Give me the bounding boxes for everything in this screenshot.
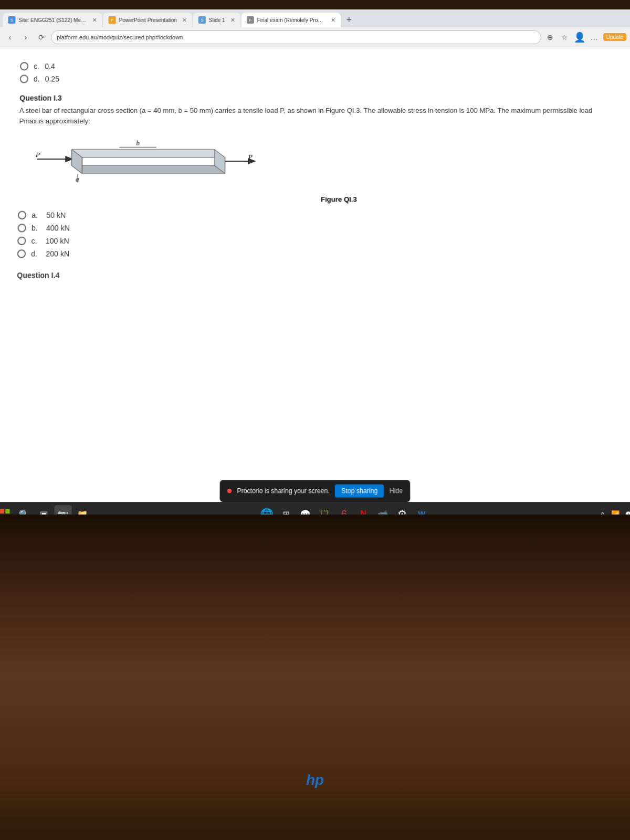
hp-logo: hp	[306, 772, 324, 789]
share-recording-dot	[227, 489, 232, 493]
tab-1-label: Site: ENGG251 (S122) Mechanics	[18, 17, 87, 23]
tab-4[interactable]: F Final exam (Remotely Proct... ✕	[241, 13, 340, 27]
tab-3-close[interactable]: ✕	[230, 16, 235, 23]
question-13-text: A steel bar of rectangular cross section…	[19, 106, 611, 126]
tab-4-favicon: F	[247, 16, 254, 24]
address-bar-row: ‹ › ⟳ platform.edu.au/mod/quiz/secured.p…	[0, 27, 630, 47]
tab-1-favicon: S	[8, 16, 15, 24]
share-notification: Proctorio is sharing your screen. Stop s…	[219, 480, 410, 502]
tab-3-favicon: S	[198, 16, 206, 24]
option-prev-c[interactable]: c. 0.4	[20, 62, 610, 70]
option-13-c[interactable]: c. 100 kN	[17, 237, 613, 245]
toolbar-icons: ⊕ ☆ 👤 … Update	[544, 32, 626, 43]
question-14-title: Question I.4	[17, 271, 613, 279]
option-13-d-value: 200 kN	[46, 249, 69, 258]
figure-caption: Figure QI.3	[66, 195, 612, 203]
tab-1-close[interactable]: ✕	[92, 16, 97, 23]
question-13-block: Question I.3 A steel bar of rectangular …	[17, 94, 613, 258]
address-text: platform.edu.au/mod/quiz/secured.php#loc…	[57, 34, 183, 40]
option-prev-c-value: 0.4	[45, 62, 55, 70]
new-tab-button[interactable]: +	[342, 13, 356, 27]
tab-2-close[interactable]: ✕	[182, 16, 187, 23]
option-prev-d-label: d.	[34, 75, 40, 83]
tab-2-favicon: P	[109, 16, 116, 24]
svg-marker-3	[71, 150, 225, 158]
svg-rect-13	[0, 509, 4, 513]
option-prev-c-label: c.	[34, 62, 39, 70]
svg-text:b: b	[136, 139, 140, 146]
laptop-body: hp	[0, 514, 630, 840]
option-13-a-value: 50 kN	[46, 211, 66, 219]
stop-sharing-button[interactable]: Stop sharing	[335, 485, 384, 498]
svg-marker-2	[71, 165, 225, 173]
option-13-b-label: b.	[32, 224, 38, 232]
option-prev-d-value: 0.25	[45, 75, 60, 83]
settings-icon[interactable]: …	[589, 32, 600, 43]
browser-frame: S Site: ENGG251 (S122) Mechanics ✕ P Pow…	[0, 9, 630, 526]
option-13-d-label: d.	[31, 249, 37, 258]
figure-container: P b	[34, 133, 612, 203]
radio-prev-d[interactable]	[20, 75, 28, 83]
quiz-page: c. 0.4 d. 0.25 Question I.3 A steel bar …	[0, 47, 630, 526]
svg-rect-14	[5, 509, 9, 513]
tab-3-label: Slide 1	[209, 17, 225, 23]
question-13-title: Question I.3	[19, 94, 611, 102]
address-bar[interactable]: platform.edu.au/mod/quiz/secured.php#loc…	[51, 30, 541, 44]
question-13-options: a. 50 kN b. 400 kN c. 100 kN	[17, 211, 613, 258]
svg-text:P: P	[248, 153, 253, 161]
option-13-c-label: c.	[31, 237, 37, 245]
radio-13-b[interactable]	[18, 224, 26, 232]
tab-2-label: PowerPoint Presentation	[119, 17, 177, 23]
tab-2[interactable]: P PowerPoint Presentation ✕	[103, 13, 192, 27]
refresh-button[interactable]: ⟳	[35, 31, 48, 44]
browser-content: c. 0.4 d. 0.25 Question I.3 A steel bar …	[0, 47, 630, 526]
star-icon[interactable]: ☆	[559, 32, 570, 43]
prev-options: c. 0.4 d. 0.25	[20, 62, 611, 83]
option-13-b[interactable]: b. 400 kN	[18, 224, 613, 232]
radio-prev-c[interactable]	[20, 62, 28, 70]
hide-button[interactable]: Hide	[390, 487, 403, 495]
radio-13-a[interactable]	[18, 211, 26, 219]
option-prev-d[interactable]: d. 0.25	[20, 75, 611, 83]
radio-13-c[interactable]	[17, 237, 26, 245]
option-13-a-label: a.	[32, 211, 38, 219]
update-button[interactable]: Update	[603, 33, 627, 41]
radio-13-d[interactable]	[17, 249, 26, 258]
tab-4-close[interactable]: ✕	[331, 16, 335, 23]
forward-button[interactable]: ›	[19, 31, 32, 44]
option-13-d[interactable]: d. 200 kN	[17, 249, 613, 258]
option-13-b-value: 400 kN	[46, 224, 70, 232]
tab-4-label: Final exam (Remotely Proct...	[257, 17, 326, 23]
laptop-screen: S Site: ENGG251 (S122) Mechanics ✕ P Pow…	[0, 0, 630, 538]
tab-3[interactable]: S Slide 1 ✕	[193, 13, 240, 27]
back-button[interactable]: ‹	[4, 31, 16, 44]
share-notification-text: Proctorio is sharing your screen.	[237, 487, 329, 495]
tab-1[interactable]: S Site: ENGG251 (S122) Mechanics ✕	[3, 13, 102, 27]
profile-icon[interactable]: 👤	[574, 32, 585, 43]
tab-bar: S Site: ENGG251 (S122) Mechanics ✕ P Pow…	[0, 9, 630, 27]
option-13-c-value: 100 kN	[46, 237, 69, 245]
extensions-icon[interactable]: ⊕	[544, 32, 555, 43]
option-13-a[interactable]: a. 50 kN	[18, 211, 612, 219]
steel-bar-figure: P b	[34, 133, 257, 192]
svg-text:P: P	[35, 151, 40, 159]
svg-text:a: a	[76, 175, 79, 183]
